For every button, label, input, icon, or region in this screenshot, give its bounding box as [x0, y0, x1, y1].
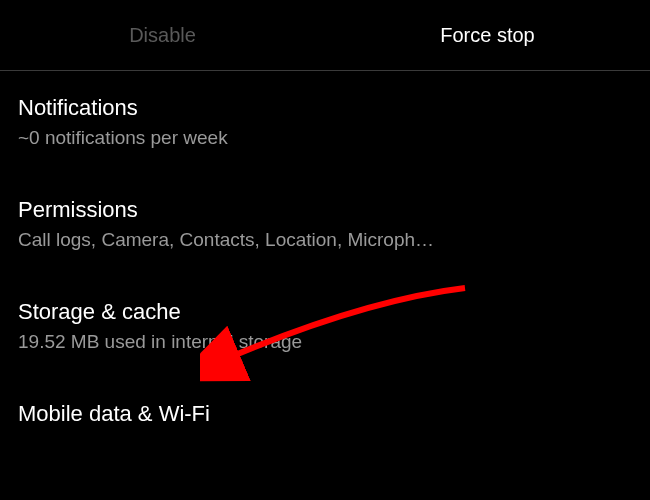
storage-cache-item[interactable]: Storage & cache 19.52 MB used in interna… — [18, 275, 632, 377]
force-stop-button[interactable]: Force stop — [325, 4, 650, 67]
top-action-buttons: Disable Force stop — [0, 0, 650, 70]
notifications-subtitle: ~0 notifications per week — [18, 127, 632, 149]
mobile-data-wifi-item[interactable]: Mobile data & Wi-Fi — [18, 377, 632, 457]
settings-list: Notifications ~0 notifications per week … — [0, 71, 650, 457]
permissions-item[interactable]: Permissions Call logs, Camera, Contacts,… — [18, 173, 632, 275]
storage-cache-title: Storage & cache — [18, 299, 632, 325]
notifications-title: Notifications — [18, 95, 632, 121]
mobile-data-wifi-title: Mobile data & Wi-Fi — [18, 401, 632, 427]
permissions-subtitle: Call logs, Camera, Contacts, Location, M… — [18, 229, 632, 251]
storage-cache-subtitle: 19.52 MB used in internal storage — [18, 331, 632, 353]
permissions-title: Permissions — [18, 197, 632, 223]
disable-button[interactable]: Disable — [0, 4, 325, 67]
notifications-item[interactable]: Notifications ~0 notifications per week — [18, 71, 632, 173]
